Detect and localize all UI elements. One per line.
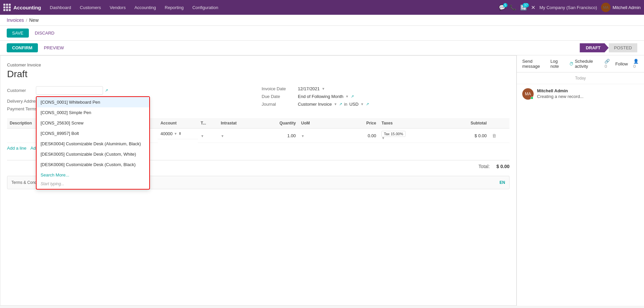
col-taxes: Taxes [379, 118, 439, 129]
journal-dropdown-arrow[interactable]: ▼ [334, 102, 337, 106]
followers-count: 👤 0 [633, 59, 639, 69]
invoice-date-dropdown-arrow[interactable]: ▼ [322, 87, 325, 91]
account-arrow[interactable]: ▼ [174, 132, 177, 136]
col-account: Account [158, 118, 198, 129]
dropdown-item-6[interactable]: [DESK0006] Customizable Desk (Custom, Bl… [37, 159, 149, 170]
topnav-right: 💬 5 📞 🔄 37 ✕ My Company (San Francisco) … [499, 3, 641, 12]
row-delete[interactable]: 🗑 [489, 129, 509, 143]
journal-currency-value: USD [349, 102, 358, 107]
chatter-message-text: Creating a new record... [537, 94, 639, 99]
terms-lang: EN [499, 180, 505, 185]
customer-external-link-icon[interactable]: ↗ [105, 88, 108, 93]
menu-customers[interactable]: Customers [76, 3, 105, 12]
menu-dashboard[interactable]: Dashboard [46, 3, 75, 12]
chatter-panel: Send message Log note ⏱ Schedule activit… [517, 55, 644, 306]
row-intrastat: ▼ [218, 129, 258, 143]
link-icon: 🔗 [604, 59, 610, 64]
chatter-message: MA Mitchell Admin Creating a new record.… [517, 84, 644, 104]
confirm-button[interactable]: CONFIRM [7, 43, 38, 52]
discard-button[interactable]: DISCARD [32, 29, 58, 38]
status-draft[interactable]: DRAFT [580, 43, 608, 52]
status-posted[interactable]: POSTED [609, 43, 637, 52]
dropdown-item-5[interactable]: [DESK0005] Customizable Desk (Custom, Wh… [37, 149, 149, 159]
account-upload-icon[interactable]: ⬆ [178, 132, 181, 136]
close-icon[interactable]: ✕ [531, 4, 535, 11]
col-price: Price [339, 118, 379, 129]
save-button[interactable]: SAVE [7, 29, 29, 38]
breadcrumb-separator: / [26, 18, 27, 23]
row-taxes: Tax 15.00% ▼ [379, 129, 439, 143]
dropdown-item-4[interactable]: [DESK0004] Customizable Desk (Aluminium,… [37, 139, 149, 149]
online-indicator [531, 97, 533, 99]
col-t: T... [198, 118, 218, 129]
breadcrumb-parent[interactable]: Invoices [7, 17, 24, 23]
row-t: ▼ [198, 129, 218, 143]
currency-external-link-icon[interactable]: ↗ [366, 102, 369, 106]
activity-icon[interactable]: 🔄 37 [520, 4, 527, 11]
add-line-button[interactable]: Add a line [7, 146, 26, 151]
journal-external-link-icon[interactable]: ↗ [339, 102, 342, 106]
dropdown-item-1[interactable]: [CONS_0002] Simple Pen [37, 107, 149, 118]
grid-icon [3, 4, 11, 11]
row-quantity[interactable]: 1.00 [258, 129, 299, 143]
schedule-activity-button[interactable]: ⏱ Schedule activity [569, 59, 599, 69]
col-uom: UoM [299, 118, 339, 129]
dropdown-item-3[interactable]: [CONS_89957] Bolt [37, 128, 149, 139]
action-bar: SAVE DISCARD [0, 26, 644, 41]
t-arrow[interactable]: ▼ [201, 134, 204, 138]
chatter-right: 🔗 0 Follow 👤 0 [604, 59, 639, 69]
dropdown-item-2[interactable]: [CONS_25630] Screw [37, 118, 149, 128]
preview-button[interactable]: PREVIEW [41, 43, 67, 52]
uom-arrow[interactable]: ▼ [301, 134, 305, 138]
activity-badge: 37 [523, 3, 529, 7]
intrastat-arrow[interactable]: ▼ [221, 134, 224, 138]
journal-row: Journal Customer Invoice ▼ ↗ in USD ▼ ↗ [262, 102, 509, 107]
phone-icon[interactable]: 📞 [509, 4, 516, 11]
row-price[interactable]: 0.00 [339, 129, 379, 143]
user-menu[interactable]: MA Mitchell Admin [601, 3, 641, 12]
invoice-type-label: Customer Invoice [7, 62, 509, 67]
breadcrumb-current: New [29, 17, 39, 23]
clock-icon: ⏱ [569, 61, 574, 66]
app-logo[interactable]: Accounting [3, 4, 41, 11]
journal-label: Journal [262, 102, 295, 107]
journal-value: Customer Invoice ▼ ↗ in USD ▼ ↗ [298, 102, 509, 107]
row-subtotal: $ 0.00 [439, 129, 489, 143]
send-message-button[interactable]: Send message [522, 59, 545, 69]
menu-accounting[interactable]: Accounting [130, 3, 160, 12]
chatter-today-label: Today [517, 72, 644, 84]
invoice-date-label: Invoice Date [262, 86, 295, 91]
customer-dropdown-container: [CONS_0001] Whiteboard Pen [CONS_0002] S… [36, 86, 103, 95]
form-toolbar: CONFIRM PREVIEW DRAFT POSTED [0, 41, 644, 55]
breadcrumb: Invoices / New [0, 15, 644, 26]
col-intrastat: Intrastat [218, 118, 258, 129]
dropdown-search-more[interactable]: Search More... [37, 170, 149, 180]
invoice-status-title: Draft [7, 69, 509, 80]
dropdown-start-typing: Start typing... [37, 180, 149, 189]
due-date-dropdown-arrow[interactable]: ▼ [345, 95, 349, 98]
customer-dropdown-menu: [CONS_0001] Whiteboard Pen [CONS_0002] S… [36, 96, 150, 190]
chatter-message-content: Mitchell Admin Creating a new record... [537, 88, 639, 100]
person-icon: 👤 [633, 59, 639, 64]
customer-field-row: Customer [CONS_0001] Whiteboard Pen [CON… [7, 86, 255, 95]
due-date-label: Due Date [262, 94, 295, 99]
chat-icon[interactable]: 💬 5 [499, 4, 505, 11]
tax-badge[interactable]: Tax 15.00% [381, 131, 405, 137]
menu-vendors[interactable]: Vendors [106, 3, 130, 12]
menu-configuration[interactable]: Configuration [188, 3, 222, 12]
activities-count-icon: 🔗 0 [604, 59, 610, 69]
log-note-button[interactable]: Log note [550, 59, 564, 69]
col-quantity: Quantity [258, 118, 299, 129]
follow-button[interactable]: Follow [615, 61, 628, 66]
form-area: Customer Invoice Draft Customer [CONS_00… [0, 55, 517, 306]
status-bar: DRAFT POSTED [580, 43, 637, 52]
due-date-external-link-icon[interactable]: ↗ [351, 94, 354, 99]
journal-currency-arrow[interactable]: ▼ [361, 102, 364, 106]
invoice-date-row: Invoice Date 12/17/2021 ▼ [262, 86, 509, 91]
menu-reporting[interactable]: Reporting [161, 3, 187, 12]
dropdown-item-0[interactable]: [CONS_0001] Whiteboard Pen [37, 97, 149, 107]
app-name: Accounting [13, 5, 41, 10]
due-date-value: End of Following Month ▼ ↗ [298, 94, 509, 99]
customer-input[interactable] [36, 86, 103, 95]
due-date-row: Due Date End of Following Month ▼ ↗ [262, 94, 509, 99]
